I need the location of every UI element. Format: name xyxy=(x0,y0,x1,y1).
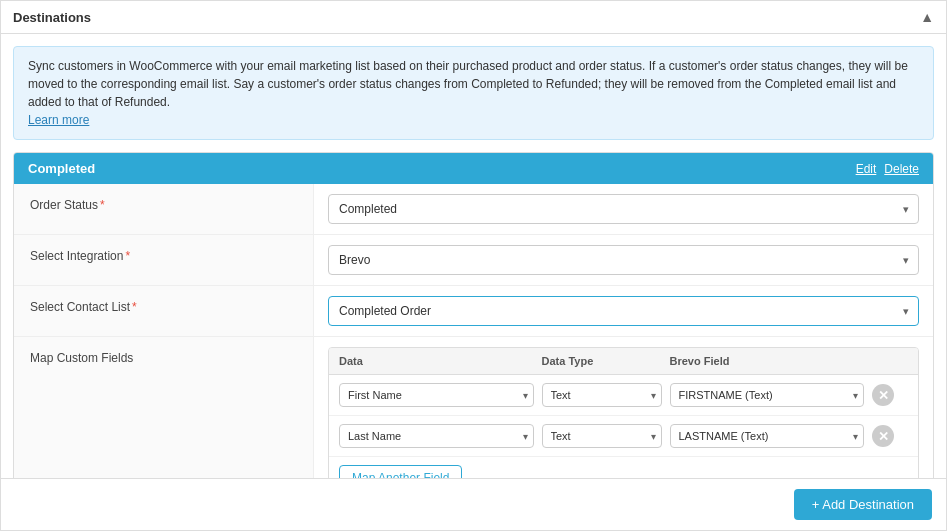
select-integration-label: Select Integration xyxy=(30,249,123,263)
learn-more-link[interactable]: Learn more xyxy=(28,113,89,127)
map-fields-header: Data Data Type Brevo Field xyxy=(329,348,918,375)
form-body: Order Status * Completed Processing On H… xyxy=(14,184,933,510)
delete-link[interactable]: Delete xyxy=(884,162,919,176)
select-contact-list-select-wrapper: Completed Order Newsletter VIP ▾ xyxy=(328,296,919,326)
panel-header: Destinations ▲ xyxy=(1,1,946,34)
col-data-header: Data xyxy=(339,355,534,367)
select-integration-row: Select Integration * Brevo Mailchimp Act… xyxy=(14,235,933,286)
col-data-type-header: Data Type xyxy=(542,355,662,367)
order-status-select-wrapper: Completed Processing On Hold Cancelled R… xyxy=(328,194,919,224)
order-status-row: Order Status * Completed Processing On H… xyxy=(14,184,933,235)
destination-section: Completed Edit Delete Order Status * Com… xyxy=(13,152,934,511)
row1-data-type-select-wrapper: Text Number Date ▾ xyxy=(542,383,662,407)
info-box: Sync customers in WooCommerce with your … xyxy=(13,46,934,140)
order-status-required: * xyxy=(100,198,105,212)
select-contact-list-label-col: Select Contact List * xyxy=(14,286,314,336)
order-status-input-col: Completed Processing On Hold Cancelled R… xyxy=(314,184,933,234)
destination-header-actions: Edit Delete xyxy=(856,162,919,176)
panel-title: Destinations xyxy=(13,10,91,25)
destination-header: Completed Edit Delete xyxy=(14,153,933,184)
row2-brevo-field-select[interactable]: FIRSTNAME (Text) LASTNAME (Text) EMAIL (… xyxy=(670,424,865,448)
table-row: First Name Last Name Email Phone ▾ Text xyxy=(329,416,918,457)
row2-data-select[interactable]: First Name Last Name Email Phone xyxy=(339,424,534,448)
row1-brevo-field-select-wrapper: FIRSTNAME (Text) LASTNAME (Text) EMAIL (… xyxy=(670,383,865,407)
select-contact-list-input-col: Completed Order Newsletter VIP ▾ xyxy=(314,286,933,336)
row1-brevo-field-select[interactable]: FIRSTNAME (Text) LASTNAME (Text) EMAIL (… xyxy=(670,383,865,407)
row1-data-type-select[interactable]: Text Number Date xyxy=(542,383,662,407)
select-contact-list-select[interactable]: Completed Order Newsletter VIP xyxy=(328,296,919,326)
select-contact-list-label: Select Contact List xyxy=(30,300,130,314)
add-destination-button[interactable]: + Add Destination xyxy=(794,489,932,520)
row2-remove-button[interactable]: ✕ xyxy=(872,425,894,447)
panel-footer: + Add Destination xyxy=(1,478,946,530)
select-integration-label-col: Select Integration * xyxy=(14,235,314,285)
col-action-header xyxy=(872,355,908,367)
col-brevo-field-header: Brevo Field xyxy=(670,355,865,367)
row2-data-type-select[interactable]: Text Number Date xyxy=(542,424,662,448)
edit-link[interactable]: Edit xyxy=(856,162,877,176)
order-status-label-col: Order Status * xyxy=(14,184,314,234)
row1-data-select[interactable]: First Name Last Name Email Phone xyxy=(339,383,534,407)
row2-data-select-wrapper: First Name Last Name Email Phone ▾ xyxy=(339,424,534,448)
select-integration-input-col: Brevo Mailchimp ActiveCampaign ▾ xyxy=(314,235,933,285)
row2-data-type-select-wrapper: Text Number Date ▾ xyxy=(542,424,662,448)
row2-brevo-field-select-wrapper: FIRSTNAME (Text) LASTNAME (Text) EMAIL (… xyxy=(670,424,865,448)
collapse-icon[interactable]: ▲ xyxy=(920,9,934,25)
info-text: Sync customers in WooCommerce with your … xyxy=(28,59,908,109)
select-integration-select[interactable]: Brevo Mailchimp ActiveCampaign xyxy=(328,245,919,275)
order-status-label: Order Status xyxy=(30,198,98,212)
destinations-panel: Destinations ▲ Sync customers in WooComm… xyxy=(0,0,947,531)
order-status-select[interactable]: Completed Processing On Hold Cancelled R… xyxy=(328,194,919,224)
map-custom-fields-label: Map Custom Fields xyxy=(30,351,133,365)
row1-data-select-wrapper: First Name Last Name Email Phone ▾ xyxy=(339,383,534,407)
select-contact-list-required: * xyxy=(132,300,137,314)
select-integration-required: * xyxy=(125,249,130,263)
select-contact-list-row: Select Contact List * Completed Order Ne… xyxy=(14,286,933,337)
destination-header-title: Completed xyxy=(28,161,95,176)
select-integration-select-wrapper: Brevo Mailchimp ActiveCampaign ▾ xyxy=(328,245,919,275)
table-row: First Name Last Name Email Phone ▾ Text xyxy=(329,375,918,416)
row1-remove-button[interactable]: ✕ xyxy=(872,384,894,406)
